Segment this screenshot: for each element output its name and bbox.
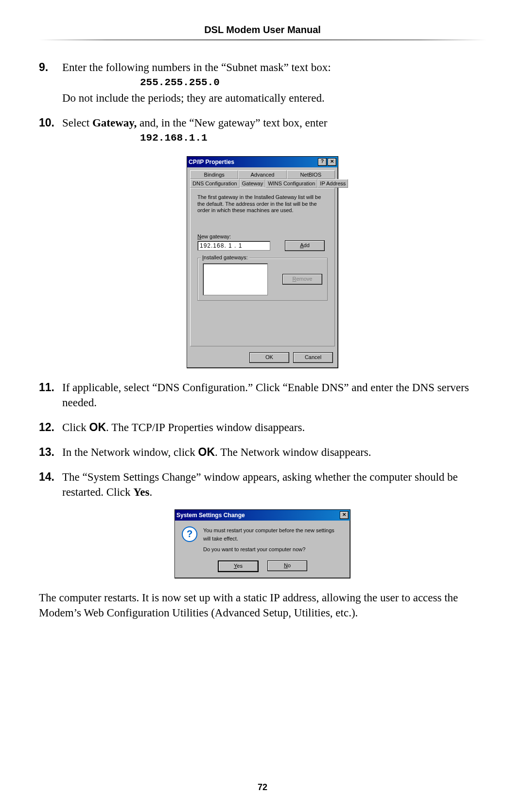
tcpip-properties-dialog: CP/IP Properties ? ✕ Bindings Advanced N… <box>187 156 338 368</box>
cancel-button[interactable]: Cancel <box>293 352 333 363</box>
s14-post: . <box>150 486 153 498</box>
restart-title-text: System Settings Change <box>176 512 245 519</box>
gateway-ip-code: 192.168.1.1 <box>140 131 486 145</box>
step-11: 11. If applicable, select “DNS Configura… <box>39 380 486 410</box>
step-body: Click OK. The TCP/IP Properties window d… <box>62 420 486 435</box>
restart-line2: Do you want to restart your computer now… <box>203 545 343 554</box>
tab-gateway[interactable]: Gateway <box>240 179 265 188</box>
tabs-row-2: DNS Configuration Gateway WINS Configura… <box>187 179 338 188</box>
step-14: 14. The “System Settings Change” window … <box>39 469 486 500</box>
system-settings-change-dialog: System Settings Change ✕ ? You must rest… <box>175 509 350 578</box>
close-button[interactable]: ✕ <box>340 511 349 519</box>
s13-pre: In the Network window, click <box>62 446 198 458</box>
s14-yes: Yes <box>133 486 149 498</box>
s12-tcpip: TCP/IP <box>132 421 165 433</box>
step-body: Enter the following numbers in the “Subn… <box>62 60 486 106</box>
tab-wins-configuration[interactable]: WINS Configuration <box>265 179 317 188</box>
add-text: dd <box>304 242 310 248</box>
step-number: 12. <box>39 420 62 435</box>
step-10-post: and, in the “New gateway” text box, ente… <box>137 117 327 129</box>
restart-line1: You must restart your computer before th… <box>203 526 343 542</box>
tab-bindings[interactable]: Bindings <box>190 170 238 179</box>
step-number: 13. <box>39 445 62 460</box>
header-rule <box>39 39 486 40</box>
page-header-title: DSL Modem User Manual <box>39 24 486 39</box>
new-gateway-label: New gateway: <box>197 234 328 239</box>
subnet-mask-code: 255.255.255.0 <box>140 76 486 90</box>
instruction-list-2: 11. If applicable, select “DNS Configura… <box>39 380 486 500</box>
step-10-bold: Gateway, <box>92 117 137 129</box>
gateway-tab-panel: The first gateway in the Installed Gatew… <box>190 188 335 346</box>
tcpip-dialog-wrap: CP/IP Properties ? ✕ Bindings Advanced N… <box>39 156 486 368</box>
new-gateway-row: 192.168. 1 . 1 Add <box>197 240 328 251</box>
step-13: 13. In the Network window, click OK. The… <box>39 445 486 460</box>
restart-titlebar[interactable]: System Settings Change ✕ <box>175 510 350 521</box>
question-icon: ? <box>182 526 197 542</box>
step-number: 10. <box>39 115 62 146</box>
step-number: 9. <box>39 60 62 106</box>
new-gateway-accel: N <box>197 234 201 239</box>
remove-text: emove <box>296 276 312 282</box>
tab-netbios[interactable]: NetBIOS <box>287 170 335 179</box>
s13-ok: OK <box>198 446 215 458</box>
new-gateway-label-rest: ew gateway: <box>201 234 231 239</box>
final-pre: The computer restarts. It is now set up … <box>39 592 270 604</box>
new-gateway-input[interactable]: 192.168. 1 . 1 <box>197 241 270 251</box>
remove-button[interactable]: Remove <box>282 274 322 285</box>
gateway-panel-description: The first gateway in the Installed Gatew… <box>197 194 328 214</box>
step-9-line2: Do not include the periods; they are aut… <box>62 92 325 104</box>
step-9-line1: Enter the following numbers in the “Subn… <box>62 61 331 73</box>
step-body: If applicable, select “DNS Configuration… <box>62 380 486 410</box>
dialog-button-row: OK Cancel <box>187 349 338 368</box>
no-accel: N <box>284 562 288 568</box>
step-number: 11. <box>39 380 62 410</box>
s13-post: . The Network window disappears. <box>215 446 371 458</box>
step-9: 9. Enter the following numbers in the “S… <box>39 60 486 106</box>
step-10-pre: Select <box>62 117 92 129</box>
step-12: 12. Click OK. The TCP/IP Properties wind… <box>39 420 486 435</box>
closing-paragraph: The computer restarts. It is now set up … <box>39 590 486 620</box>
add-button[interactable]: Add <box>285 240 325 251</box>
tab-ip-address[interactable]: IP Address <box>317 179 348 188</box>
step-body: The “System Settings Change” window appe… <box>62 469 486 500</box>
step-number: 14. <box>39 469 62 500</box>
installed-label-rest: nstalled gateways: <box>204 254 248 260</box>
step-body: Select Gateway, and, in the “New gateway… <box>62 115 486 146</box>
yes-button[interactable]: Yes <box>218 560 259 572</box>
s12-post1: . The <box>106 421 132 433</box>
restart-content: ? You must restart your computer before … <box>175 521 350 558</box>
page-number: 72 <box>0 782 525 793</box>
s12-ok: OK <box>89 421 106 433</box>
step-10: 10. Select Gateway, and, in the “New gat… <box>39 115 486 146</box>
step-body: In the Network window, click OK. The Net… <box>62 445 486 460</box>
add-accel: A <box>300 242 303 248</box>
tcpip-titlebar[interactable]: CP/IP Properties ? ✕ <box>187 157 338 167</box>
restart-message: You must restart your computer before th… <box>203 526 343 554</box>
yes-text: es <box>237 563 243 569</box>
installed-gateways-fieldset: Installed gateways: Remove <box>197 258 328 301</box>
tabs-row-1: Bindings Advanced NetBIOS <box>187 167 338 179</box>
tcpip-title-text: CP/IP Properties <box>189 159 234 165</box>
s14-pre: The “System Settings Change” window appe… <box>62 471 458 498</box>
manual-page: DSL Modem User Manual 9. Enter the follo… <box>0 0 525 812</box>
restart-dialog-wrap: System Settings Change ✕ ? You must rest… <box>39 509 486 578</box>
installed-gateways-list[interactable] <box>203 263 268 295</box>
help-button[interactable]: ? <box>318 158 327 166</box>
ok-button[interactable]: OK <box>249 352 289 363</box>
no-button[interactable]: No <box>267 560 307 571</box>
tab-dns-configuration[interactable]: DNS Configuration <box>190 179 240 188</box>
final-ip: IP <box>270 592 280 604</box>
s12-pre: Click <box>62 421 89 433</box>
no-text: o <box>288 562 291 568</box>
close-button[interactable]: ✕ <box>328 158 336 166</box>
installed-gateways-legend: Installed gateways: <box>201 254 249 260</box>
restart-button-row: Yes No <box>175 558 350 578</box>
tab-advanced[interactable]: Advanced <box>238 170 286 179</box>
s12-post2: Properties window disappears. <box>165 421 305 433</box>
instruction-list: 9. Enter the following numbers in the “S… <box>39 60 486 146</box>
